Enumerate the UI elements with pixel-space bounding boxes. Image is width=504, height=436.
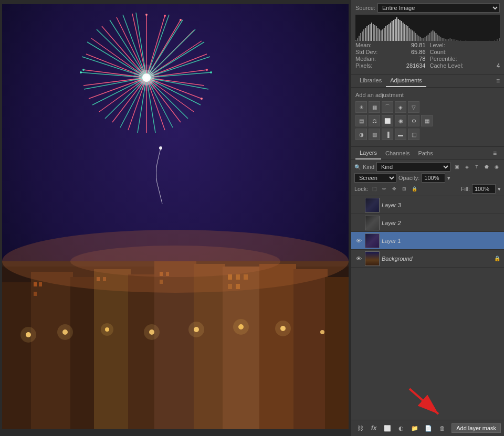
lock-artboard-icon[interactable]: ⊞: [400, 185, 408, 193]
svg-rect-163: [448, 39, 449, 41]
layer-item-layer1[interactable]: 👁 Layer 1: [351, 232, 504, 250]
opacity-input[interactable]: [422, 173, 445, 183]
adj-icons-row-3: ◑ ▧ ▐ ▬ ◫: [355, 129, 500, 140]
stat-pixels: Pixels: 281634: [355, 62, 426, 69]
filter-shape-icon[interactable]: ⬟: [482, 163, 491, 171]
posterize-icon[interactable]: ▧: [369, 129, 380, 140]
svg-rect-166: [453, 39, 454, 41]
svg-rect-144: [418, 36, 419, 41]
svg-point-101: [82, 69, 85, 71]
svg-rect-104: [355, 40, 356, 41]
layers-list: Layer 3 Layer 2 👁 Layer 1 👁 Background 🔒: [351, 196, 504, 420]
svg-rect-133: [401, 21, 402, 41]
adj-icons-row-1: ☀ ▦ ⌒ ◈ ▽: [355, 101, 500, 113]
fill-label: Fill:: [461, 186, 470, 192]
fill-dropdown-icon[interactable]: ▾: [498, 186, 501, 193]
svg-point-40: [233, 319, 249, 335]
tab-channels[interactable]: Channels: [381, 147, 414, 159]
selective-color-icon[interactable]: ◫: [408, 129, 419, 140]
vibrance-icon[interactable]: ▽: [408, 101, 419, 113]
layer1-visibility[interactable]: 👁: [354, 238, 363, 244]
svg-rect-150: [428, 35, 429, 41]
svg-rect-165: [451, 39, 452, 41]
mean-value: 90.81: [411, 42, 426, 48]
threshold-icon[interactable]: ▐: [382, 129, 393, 140]
new-group-icon[interactable]: 📁: [409, 422, 421, 434]
source-dropdown[interactable]: Entire Image: [377, 3, 500, 13]
fx-icon[interactable]: fx: [368, 422, 380, 434]
lock-position-icon[interactable]: ✥: [390, 185, 398, 193]
filter-type-icon[interactable]: T: [472, 163, 481, 171]
layer2-name: Layer 2: [382, 220, 501, 226]
layer2-thumbnail: [365, 216, 380, 230]
color-balance-icon[interactable]: ⚖: [369, 115, 380, 126]
tab-libraries[interactable]: Libraries: [355, 75, 386, 87]
svg-rect-134: [403, 23, 404, 41]
delete-layer-icon[interactable]: 🗑: [436, 422, 448, 434]
curves-icon[interactable]: ⌒: [382, 101, 393, 113]
filter-smart-icon[interactable]: ◉: [492, 163, 501, 171]
svg-rect-113: [370, 24, 371, 41]
svg-point-94: [133, 65, 160, 91]
fill-input[interactable]: [472, 184, 496, 194]
channel-mixer-icon[interactable]: ⚙: [408, 115, 419, 126]
lock-all-icon[interactable]: 🔒: [410, 185, 418, 193]
svg-rect-120: [381, 30, 382, 41]
stat-level: Level:: [430, 42, 500, 48]
layer-item-background[interactable]: 👁 Background 🔒: [351, 250, 504, 268]
photo-filter-icon[interactable]: ◉: [395, 115, 406, 126]
svg-point-103: [210, 71, 212, 73]
background-visibility[interactable]: 👁: [354, 256, 363, 262]
brightness-contrast-icon[interactable]: ☀: [355, 101, 367, 113]
stat-count: Count:: [430, 49, 500, 55]
svg-rect-110: [365, 28, 366, 41]
svg-rect-123: [385, 26, 386, 41]
mean-label: Mean:: [355, 42, 372, 48]
tab-layers[interactable]: Layers: [355, 147, 381, 159]
lock-image-icon[interactable]: ✏: [380, 185, 388, 193]
filter-adjustment-icon[interactable]: ◈: [463, 163, 471, 171]
link-layers-icon[interactable]: ⛓: [354, 422, 366, 434]
svg-rect-153: [432, 30, 433, 41]
levels-icon[interactable]: ▦: [369, 101, 380, 113]
svg-point-97: [164, 15, 166, 17]
right-panel: Source: Entire Image: [351, 0, 504, 436]
svg-rect-12: [293, 269, 328, 429]
color-lookup-icon[interactable]: ▦: [421, 115, 433, 126]
filter-pixel-icon[interactable]: ▣: [453, 163, 461, 171]
new-fill-layer-icon[interactable]: ◐: [395, 422, 407, 434]
pixels-label: Pixels:: [355, 62, 372, 69]
tabs-menu-icon[interactable]: ≡: [496, 77, 500, 84]
layer-item-layer3[interactable]: Layer 3: [351, 196, 504, 214]
svg-point-38: [144, 324, 160, 340]
filter-kind-dropdown[interactable]: Kind: [376, 162, 450, 172]
opacity-dropdown-icon[interactable]: ▾: [447, 175, 450, 182]
layer-item-layer2[interactable]: Layer 2: [351, 214, 504, 232]
tab-paths[interactable]: Paths: [414, 147, 437, 159]
layer1-name: Layer 1: [382, 238, 501, 244]
layers-panel-menu[interactable]: ≡: [490, 147, 500, 159]
histogram-chart: [355, 15, 500, 41]
hue-saturation-icon[interactable]: ▤: [355, 115, 367, 126]
lock-transparent-icon[interactable]: ⬚: [370, 185, 379, 193]
svg-rect-116: [374, 25, 375, 41]
adj-icons-row-2: ▤ ⚖ ⬜ ◉ ⚙ ▦: [355, 115, 500, 126]
svg-rect-132: [400, 20, 401, 41]
invert-icon[interactable]: ◑: [355, 129, 367, 140]
svg-rect-105: [357, 38, 358, 41]
svg-rect-161: [445, 39, 446, 41]
add-layer-mask-button[interactable]: Add layer mask: [452, 423, 501, 433]
svg-rect-14: [34, 282, 37, 286]
new-layer-mask-icon[interactable]: ⬜: [382, 422, 393, 434]
svg-rect-160: [443, 38, 444, 41]
stddev-label: Std Dev:: [355, 49, 377, 55]
layers-toolbar: 🔍 Kind Kind ▣ ◈ T ⬟ ◉ Screen Opacity:: [351, 160, 504, 196]
tab-adjustments[interactable]: Adjustments: [386, 75, 426, 87]
svg-rect-112: [368, 25, 369, 41]
gradient-map-icon[interactable]: ▬: [395, 129, 406, 140]
exposure-icon[interactable]: ◈: [395, 101, 406, 113]
svg-rect-173: [489, 40, 490, 41]
new-layer-icon[interactable]: 📄: [423, 422, 434, 434]
bw-icon[interactable]: ⬜: [382, 115, 393, 126]
blend-mode-dropdown[interactable]: Screen: [354, 173, 396, 183]
